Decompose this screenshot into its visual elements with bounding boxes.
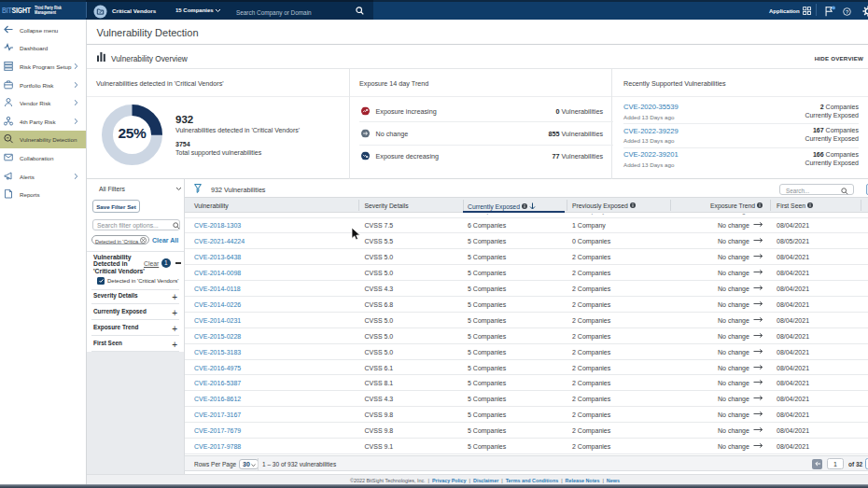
svg-text:?: ? (845, 9, 847, 15)
